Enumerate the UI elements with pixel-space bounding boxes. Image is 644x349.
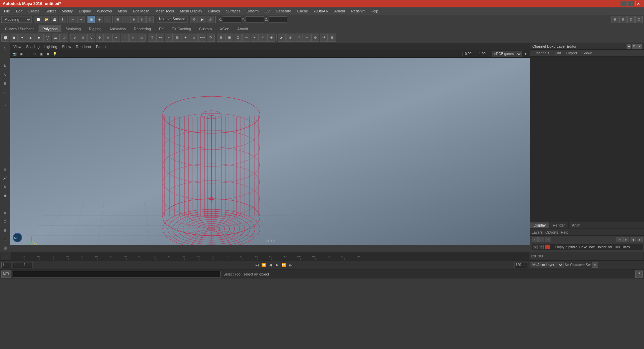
menu-redshift[interactable]: Redshift xyxy=(348,8,367,14)
connect-btn[interactable]: ⊕ xyxy=(267,34,275,42)
average-verts-btn[interactable]: ≈ xyxy=(121,34,129,42)
poke-icon-btn[interactable]: ✦ xyxy=(181,34,190,42)
bridge-icon-btn[interactable]: ⇔ xyxy=(156,34,164,42)
menu-select[interactable]: Select xyxy=(43,8,59,14)
help-line-btn[interactable]: ? xyxy=(635,270,643,278)
panel-subtab-options[interactable]: Options xyxy=(545,230,558,234)
vp-camera-btn[interactable]: 📷 xyxy=(11,51,17,57)
ch-tab-object[interactable]: Object xyxy=(564,50,579,56)
combine-icon-btn[interactable]: ⊌ xyxy=(70,34,78,42)
cut-faces-btn[interactable]: ✂ xyxy=(251,34,259,42)
save-scene-button[interactable]: 💾 xyxy=(51,16,58,23)
ch-tab-show[interactable]: Show xyxy=(580,50,594,56)
ch-minimize-btn[interactable]: ─ xyxy=(627,44,631,49)
tab-curves-surfaces[interactable]: Curves / Surfaces xyxy=(1,26,38,32)
diamond-icon-btn[interactable]: ◆ xyxy=(35,34,43,42)
vp-lighting-menu[interactable]: Lighting xyxy=(42,44,59,49)
select-by-component-button[interactable]: ◈ xyxy=(96,16,103,23)
sphere-icon-btn[interactable]: ● xyxy=(18,34,26,42)
mode-dropdown[interactable]: Modeling Rigging FX xyxy=(1,16,32,23)
snap-surface-button[interactable]: ⊗ xyxy=(138,16,146,23)
menu-mesh-display[interactable]: Mesh Display xyxy=(177,8,205,14)
panel-tab-render[interactable]: Render xyxy=(549,222,569,228)
vp-show-menu[interactable]: Show xyxy=(60,44,73,49)
soft-mod-btn[interactable]: ◌ xyxy=(1,88,9,96)
menu-modify[interactable]: Modify xyxy=(59,8,75,14)
snap-grid-button[interactable]: ⊞ xyxy=(114,16,121,23)
panel-subtab-help[interactable]: Help xyxy=(561,230,569,234)
menu-edit[interactable]: Edit xyxy=(13,8,25,14)
redo-button[interactable]: ↪ xyxy=(77,16,85,23)
mel-python-toggle[interactable]: MEL xyxy=(1,270,11,278)
offset-edge-btn[interactable]: ⟺ xyxy=(198,34,206,42)
ipr-render-button[interactable]: ◎ xyxy=(207,16,214,23)
insert-loop-btn[interactable]: ⊠ xyxy=(225,34,233,42)
paint-weights-btn[interactable]: ⊗ xyxy=(1,183,9,191)
layout-btn-5[interactable]: ▦ xyxy=(1,244,9,252)
scale-tool-btn[interactable]: ⤡ xyxy=(1,70,9,79)
offset-loop-btn[interactable]: ⊡ xyxy=(234,34,242,42)
extrude-icon-btn[interactable]: ⇧ xyxy=(148,34,156,42)
tab-fx-caching[interactable]: FX Caching xyxy=(168,26,195,32)
quadrangulate-btn[interactable]: □ xyxy=(138,34,146,42)
vp-renderer-menu[interactable]: Renderer xyxy=(74,44,93,49)
inset-icon-btn[interactable]: ⊟ xyxy=(173,34,181,42)
menu-display[interactable]: Display xyxy=(76,8,94,14)
timeline-ruler[interactable]: 5 10 15 20 25 30 35 40 45 50 55 60 65 70… xyxy=(11,252,529,261)
tab-polygons[interactable]: Polygons xyxy=(39,26,61,32)
snap-point-button[interactable]: ⊕ xyxy=(130,16,138,23)
multi-cut-btn[interactable]: ⁖ xyxy=(259,34,267,42)
soft-sel-btn[interactable]: ⊗ xyxy=(286,34,294,42)
duplicate-special-btn[interactable]: ⊜ xyxy=(311,34,319,42)
vp-wireframe-btn[interactable]: □ xyxy=(32,51,38,57)
menu-cache[interactable]: Cache xyxy=(294,8,311,14)
del-layer-btn[interactable]: - xyxy=(538,237,544,242)
select-layer2-btn[interactable]: ▶ xyxy=(637,237,643,242)
bevel-icon-btn[interactable]: ⌐ xyxy=(165,34,173,42)
anim-play-back-btn[interactable]: ◀ xyxy=(267,262,273,268)
new-layer-btn[interactable]: + xyxy=(532,237,538,242)
triangulate-btn[interactable]: △ xyxy=(129,34,137,42)
x-input[interactable] xyxy=(223,16,241,22)
paint-btn[interactable]: 🖌 xyxy=(1,174,9,182)
ch-close-btn[interactable]: ✕ xyxy=(637,44,642,49)
anim-go-end-btn[interactable]: ⏭ xyxy=(287,262,293,268)
transform-btn[interactable]: ⊹ xyxy=(303,34,311,42)
menu-windows[interactable]: Windows xyxy=(94,8,115,14)
ch-tab-edit[interactable]: Edit xyxy=(552,50,563,56)
snap-settings-btn[interactable]: ⊞ xyxy=(1,165,9,173)
menu-edit-mesh[interactable]: Edit Mesh xyxy=(130,8,152,14)
layout-btn-1[interactable]: ⊠ xyxy=(1,209,9,217)
current-frame-input[interactable] xyxy=(12,262,22,268)
cube-icon-btn[interactable]: ◼ xyxy=(10,34,18,42)
layer-opts-btn[interactable]: ≡ xyxy=(545,237,551,242)
tab-animation[interactable]: Animation xyxy=(106,26,129,32)
spin-edge-btn[interactable]: ↻ xyxy=(207,34,215,42)
menu-create[interactable]: Create xyxy=(26,8,42,14)
tab-sculpting[interactable]: Sculpting xyxy=(62,26,85,32)
mel-input-field[interactable] xyxy=(13,271,221,278)
layer-type-toggle[interactable]: P xyxy=(539,245,544,249)
tab-rendering[interactable]: Rendering xyxy=(130,26,155,32)
plane-icon-btn[interactable]: ▬ xyxy=(52,34,60,42)
show-manip-btn[interactable]: ⊙ xyxy=(1,101,9,109)
paint-sel-btn[interactable]: 🖌 xyxy=(278,34,286,42)
anim-step-fwd-btn[interactable]: ⏩ xyxy=(281,262,287,268)
quick-select-1[interactable]: ⊞ xyxy=(611,16,619,23)
y-input[interactable] xyxy=(246,16,264,22)
bool-inter-btn[interactable]: ∩ xyxy=(104,34,112,42)
layout-btn-3[interactable]: ⊟ xyxy=(1,226,9,234)
paint-vertex-btn[interactable]: ◆ xyxy=(1,191,9,199)
array-btn[interactable]: ⊞ xyxy=(328,34,336,42)
menu-curves[interactable]: Curves xyxy=(206,8,223,14)
range-start-input[interactable] xyxy=(23,262,33,268)
vp-light-btn[interactable]: 💡 xyxy=(52,51,58,57)
cone-icon-btn[interactable]: ▲ xyxy=(26,34,35,42)
vp-isolate-btn[interactable]: ◉ xyxy=(18,51,24,57)
minimize-button[interactable]: ─ xyxy=(621,1,627,6)
vp-view-menu[interactable]: View xyxy=(11,44,23,49)
layout-btn-4[interactable]: ⊞ xyxy=(1,235,9,243)
menu-mesh[interactable]: Mesh xyxy=(115,8,129,14)
frame-start-input[interactable] xyxy=(1,262,11,268)
render-settings-button[interactable]: ⚙ xyxy=(191,16,198,23)
